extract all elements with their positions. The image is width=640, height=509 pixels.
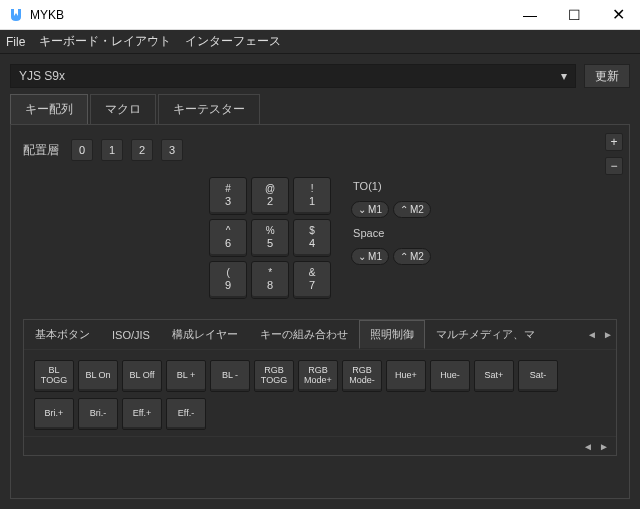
cat-tab-basic[interactable]: 基本ボタン	[24, 320, 101, 349]
key-8[interactable]: *8	[251, 261, 289, 299]
keycode-panel: 基本ボタン ISO/JIS 構成レイヤー キーの組み合わせ 照明制御 マルチメデ…	[23, 319, 617, 456]
tab-keymap[interactable]: キー配列	[10, 94, 88, 124]
lighting-btn-bl+[interactable]: BL +	[166, 360, 206, 392]
lighting-btn-hue-[interactable]: Hue-	[430, 360, 470, 392]
lighting-btn-sat-[interactable]: Sat-	[518, 360, 558, 392]
lighting-btn-bri+[interactable]: Bri.+	[34, 398, 74, 430]
content-panel: + − 配置層 0 1 2 3 #3 @2 !1 ^6 %5 $4 (9 *8 …	[10, 124, 630, 499]
menu-keyboard-layout[interactable]: キーボード・レイアウト	[39, 33, 171, 50]
cat-tab-layers[interactable]: 構成レイヤー	[161, 320, 249, 349]
app-logo-icon	[8, 7, 24, 23]
lighting-btn-eff-[interactable]: Eff.-	[166, 398, 206, 430]
encoder-m2-up-2[interactable]: ⌃M2	[393, 248, 431, 265]
menu-file[interactable]: File	[6, 35, 25, 49]
tab-macro[interactable]: マクロ	[90, 94, 156, 124]
key-7[interactable]: &7	[293, 261, 331, 299]
caret-down-icon: ⌄	[358, 251, 366, 262]
lighting-row-2: Bri.+Bri.-Eff.+Eff.-	[34, 398, 606, 430]
lighting-btn-hue+[interactable]: Hue+	[386, 360, 426, 392]
key-5[interactable]: %5	[251, 219, 289, 257]
cat-tab-iso[interactable]: ISO/JIS	[101, 322, 161, 348]
lighting-btn-bl-[interactable]: BL -	[210, 360, 250, 392]
layer-1-button[interactable]: 1	[101, 139, 123, 161]
lighting-btn-bri-[interactable]: Bri.-	[78, 398, 118, 430]
panel-scroll-right[interactable]: ►	[596, 439, 612, 453]
encoder-to1-label[interactable]: TO(1)	[351, 177, 431, 195]
encoder-space-label[interactable]: Space	[351, 224, 431, 242]
device-select[interactable]: YJS S9x ▾	[10, 64, 576, 88]
caret-up-icon: ⌃	[400, 251, 408, 262]
lighting-row-1: BLTOGGBL OnBL OffBL +BL -RGBTOGGRGBMode+…	[34, 360, 606, 392]
encoder-m2-up[interactable]: ⌃M2	[393, 201, 431, 218]
window-title: MYKB	[30, 8, 508, 22]
zoom-in-button[interactable]: +	[605, 133, 623, 151]
minimize-button[interactable]: —	[508, 0, 552, 30]
zoom-out-button[interactable]: −	[605, 157, 623, 175]
key-6[interactable]: ^6	[209, 219, 247, 257]
chevron-down-icon: ▾	[561, 69, 567, 83]
caret-up-icon: ⌃	[400, 204, 408, 215]
lighting-btn-blon[interactable]: BL On	[78, 360, 118, 392]
menubar: File キーボード・レイアウト インターフェース	[0, 30, 640, 54]
cat-scroll-right[interactable]: ►	[600, 323, 616, 347]
layer-2-button[interactable]: 2	[131, 139, 153, 161]
lighting-btn-rgbmode+[interactable]: RGBMode+	[298, 360, 338, 392]
lighting-btn-rgbmode-[interactable]: RGBMode-	[342, 360, 382, 392]
encoder-column: TO(1) ⌄M1 ⌃M2 Space ⌄M1 ⌃M2	[351, 177, 431, 299]
lighting-btn-sat+[interactable]: Sat+	[474, 360, 514, 392]
update-button[interactable]: 更新	[584, 64, 630, 88]
layer-0-button[interactable]: 0	[71, 139, 93, 161]
encoder-m1-down[interactable]: ⌄M1	[351, 201, 389, 218]
panel-scroll-left[interactable]: ◄	[580, 439, 596, 453]
cat-scroll-left[interactable]: ◄	[584, 323, 600, 347]
cat-tab-media[interactable]: マルチメディア、マ	[425, 320, 546, 349]
key-2[interactable]: @2	[251, 177, 289, 215]
lighting-btn-bloff[interactable]: BL Off	[122, 360, 162, 392]
lighting-btn-rgbtogg[interactable]: RGBTOGG	[254, 360, 294, 392]
cat-tab-lighting[interactable]: 照明制御	[359, 320, 425, 349]
close-button[interactable]: ✕	[596, 0, 640, 30]
lighting-btn-eff+[interactable]: Eff.+	[122, 398, 162, 430]
cat-tab-combo[interactable]: キーの組み合わせ	[249, 320, 359, 349]
key-4[interactable]: $4	[293, 219, 331, 257]
maximize-button[interactable]: ☐	[552, 0, 596, 30]
key-grid: #3 @2 !1 ^6 %5 $4 (9 *8 &7	[209, 177, 331, 299]
caret-down-icon: ⌄	[358, 204, 366, 215]
menu-interface[interactable]: インターフェース	[185, 33, 281, 50]
key-3[interactable]: #3	[209, 177, 247, 215]
encoder-m1-down-2[interactable]: ⌄M1	[351, 248, 389, 265]
key-1[interactable]: !1	[293, 177, 331, 215]
layer-label: 配置層	[23, 142, 59, 159]
tab-keytester[interactable]: キーテスター	[158, 94, 260, 124]
lighting-btn-bltogg[interactable]: BLTOGG	[34, 360, 74, 392]
key-9[interactable]: (9	[209, 261, 247, 299]
layer-3-button[interactable]: 3	[161, 139, 183, 161]
titlebar: MYKB — ☐ ✕	[0, 0, 640, 30]
device-selected-label: YJS S9x	[19, 69, 65, 83]
main-tabs: キー配列 マクロ キーテスター	[0, 94, 640, 124]
